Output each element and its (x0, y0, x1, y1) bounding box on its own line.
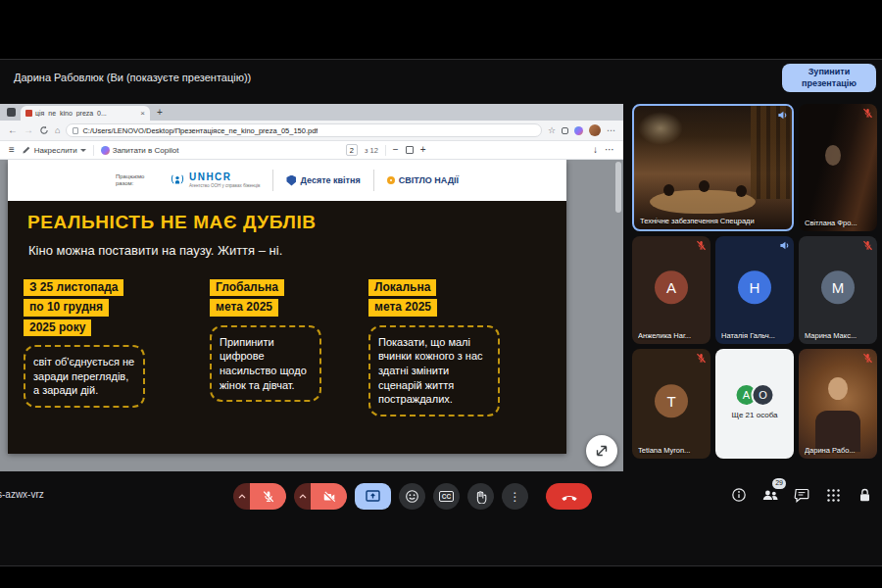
more-options-button[interactable]: ⋮ (502, 483, 528, 510)
host-controls-lock-icon[interactable] (856, 486, 873, 504)
pdf-menu-icon[interactable]: ≡ (9, 145, 15, 155)
mic-off-icon (262, 490, 275, 504)
pdf-favicon-icon (25, 110, 32, 117)
present-screen-button[interactable] (355, 483, 391, 510)
camera-off-button[interactable] (311, 483, 347, 510)
pdf-viewport: Працюємо разом: UNHCR Агентство ООН у сп… (0, 160, 623, 471)
room-window-light (638, 112, 683, 145)
expand-button[interactable] (586, 435, 617, 466)
participant-tile[interactable]: Т Tetiana Myron... (632, 349, 710, 459)
right-controls: 29 (730, 486, 873, 504)
draw-label: Накреслити (34, 146, 77, 155)
participant-tile-room[interactable]: Технічне забезпечення Спецради (632, 104, 794, 231)
highlight-label: мета 2025 (210, 299, 278, 316)
desiate-kvitnia-wordmark: Десяте квітня (300, 175, 360, 185)
copilot-icon (101, 146, 110, 155)
slide-body: РЕАЛЬНІСТЬ НЕ МАЄ ДУБЛІВ Кіно можна пост… (8, 201, 566, 454)
activities-icon[interactable] (824, 486, 842, 504)
participant-name: Tetiana Myron... (638, 446, 698, 455)
tab-close-icon[interactable]: × (140, 110, 145, 118)
presentation-slide: Працюємо разом: UNHCR Агентство ООН у сп… (8, 160, 566, 454)
present-screen-icon (366, 490, 380, 503)
highlight-label: Глобальна (210, 279, 284, 296)
url-field[interactable]: C:/Users/LENOVO/Desktop/Презентаціясе_ne… (66, 123, 541, 137)
mic-options-button[interactable] (233, 483, 250, 510)
fit-page-icon[interactable] (406, 146, 414, 154)
slide-column-dates: З 25 листопада по 10 грудня 2025 року св… (24, 279, 145, 408)
unhcr-emblem-icon (170, 172, 185, 188)
unhcr-wordmark: UNHCR (189, 172, 261, 182)
svitlo-nadii-wordmark: СВІТЛО НАДІЇ (399, 175, 459, 185)
meeting-info-button[interactable] (730, 486, 748, 504)
meet-window: Дарина Рабовлюк (Ви (показуєте презентац… (0, 59, 882, 566)
participant-name: Дарина Рабо... (805, 446, 864, 455)
participant-name: Анжелика Наг... (638, 331, 698, 340)
captions-icon: CC (439, 491, 454, 503)
chevron-down-icon (80, 149, 86, 152)
participant-tile[interactable]: А Анжелика Наг... (632, 236, 710, 344)
copilot-icon[interactable] (574, 126, 583, 135)
highlight-label: Локальна (368, 279, 436, 296)
camera-options-button[interactable] (294, 483, 311, 510)
mic-off-icon (862, 353, 873, 364)
speaker-volume-icon (777, 110, 788, 121)
slide-column-global: Глобальна мета 2025 Припинити цифрове на… (210, 279, 321, 402)
person-silhouette (828, 377, 848, 400)
participant-count-badge: 29 (772, 478, 786, 489)
pdf-scrollbar[interactable] (615, 162, 621, 213)
browser-tab-strip: ція_ne_kino_preza_0... × + (0, 104, 623, 121)
page-count-label: з 12 (365, 146, 378, 155)
pen-icon (22, 145, 31, 155)
address-bar: ← → ⌂ C:/Users/LENOVO/Desktop/Презентаці… (0, 121, 623, 141)
logo-divider (373, 170, 374, 191)
more-vertical-icon: ⋮ (510, 491, 521, 503)
home-icon[interactable]: ⌂ (55, 126, 60, 135)
ask-copilot-button[interactable]: Запитати в Copilot (101, 146, 179, 155)
more-participants-tile[interactable]: А О Ще 21 особа (715, 349, 794, 459)
save-icon[interactable]: ↓ (593, 145, 598, 155)
draw-button[interactable]: Накреслити (22, 145, 86, 155)
leave-call-button[interactable] (546, 483, 592, 510)
mic-mute-button[interactable] (250, 483, 286, 510)
toolbar-divider (93, 145, 94, 156)
reactions-button[interactable] (399, 483, 425, 510)
person-silhouette (699, 180, 710, 192)
highlight-label: по 10 грудня (24, 299, 109, 316)
expand-arrows-icon (594, 443, 610, 459)
captions-button[interactable]: CC (433, 483, 460, 510)
page-number-input[interactable]: 2 (346, 144, 358, 156)
participant-name: Світлана Фро... (805, 219, 864, 227)
chat-button[interactable] (793, 486, 810, 504)
zoom-out-icon[interactable]: − (393, 145, 399, 155)
participant-tile-self[interactable]: Дарина Рабо... (799, 349, 877, 459)
participants-button[interactable]: 29 (761, 486, 779, 504)
avatar: Н (738, 270, 771, 304)
avatar: М (821, 270, 855, 304)
refresh-icon[interactable] (39, 125, 49, 135)
avatar: Т (655, 384, 688, 417)
forward-icon[interactable]: → (24, 125, 33, 135)
favorite-star-icon[interactable]: ☆ (548, 126, 556, 135)
slide-subtitle: Кіно можна поставити на паузу. Життя – н… (28, 243, 282, 258)
meeting-code: s-azwx-vrz (0, 489, 44, 500)
extensions-icon[interactable] (562, 127, 568, 134)
toolbar-more-icon[interactable]: ⋯ (605, 145, 614, 155)
mic-off-icon (696, 353, 707, 364)
stop-presenting-button[interactable]: Зупинити презентацію (782, 64, 876, 92)
zoom-in-icon[interactable]: + (420, 145, 426, 155)
more-participants-label: Ще 21 особа (715, 411, 794, 419)
participant-tile[interactable]: М Марина Макс... (799, 236, 877, 344)
participant-tile[interactable]: Світлана Фро... (799, 104, 877, 231)
raise-hand-button[interactable] (467, 483, 494, 510)
slide-title: РЕАЛЬНІСТЬ НЕ МАЄ ДУБЛІВ (27, 212, 317, 233)
new-tab-button[interactable]: + (157, 108, 163, 118)
back-icon[interactable]: ← (8, 125, 18, 135)
tab-actions-icon[interactable] (7, 108, 16, 117)
browser-menu-icon[interactable]: ⋯ (607, 126, 615, 135)
browser-tab[interactable]: ція_ne_kino_preza_0... × (21, 106, 150, 121)
profile-avatar[interactable] (589, 124, 601, 136)
participant-tile[interactable]: Н Наталія Гальч... (715, 236, 794, 344)
desiate-kvitnia-logo: Десяте квітня (286, 175, 360, 186)
svitlo-nadii-logo: СВІТЛО НАДІЇ (387, 175, 459, 185)
mic-off-icon (862, 240, 873, 251)
